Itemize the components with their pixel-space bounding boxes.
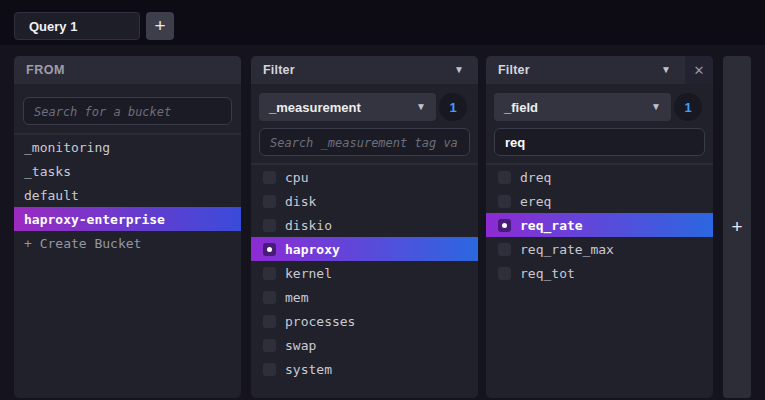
tag-value-label: ereq bbox=[520, 194, 551, 209]
measurement-value-list: cpudiskdiskiohaproxykernelmemprocessessw… bbox=[251, 165, 478, 398]
from-panel-title: FROM bbox=[26, 63, 65, 77]
tag-value-list-item[interactable]: req_rate bbox=[486, 213, 713, 237]
tag-value-list-item[interactable]: dreq bbox=[486, 165, 713, 189]
tag-key-dropdown-value: _measurement bbox=[269, 100, 361, 115]
tag-value-label: swap bbox=[285, 338, 316, 353]
tag-key-dropdown[interactable]: _measurement ▼ bbox=[259, 93, 436, 121]
tag-value-list-item[interactable]: cpu bbox=[251, 165, 478, 189]
tag-value-label: req_rate_max bbox=[520, 242, 614, 257]
chevron-down-icon: ▼ bbox=[661, 65, 671, 75]
query-tab-bar: Query 1 + bbox=[0, 0, 765, 45]
checkbox-icon[interactable] bbox=[263, 267, 276, 280]
chevron-down-icon: ▼ bbox=[651, 102, 661, 112]
tag-value-label: dreq bbox=[520, 170, 551, 185]
checkbox-icon[interactable] bbox=[263, 243, 276, 256]
checkbox-icon[interactable] bbox=[498, 195, 511, 208]
tag-value-list-item[interactable]: haproxy bbox=[251, 237, 478, 261]
plus-icon: + bbox=[154, 15, 165, 37]
field-value-list: dreqereqreq_ratereq_rate_maxreq_tot bbox=[486, 165, 713, 398]
measurement-filter-panel: Filter ▼ _measurement ▼ 1 cpudiskdiskioh… bbox=[251, 56, 478, 398]
tag-value-list-item[interactable]: kernel bbox=[251, 261, 478, 285]
tag-value-label: haproxy bbox=[285, 242, 340, 257]
selected-count-badge: 1 bbox=[439, 93, 467, 121]
bucket-search-input[interactable] bbox=[23, 97, 232, 125]
checkbox-icon[interactable] bbox=[498, 267, 511, 280]
tag-key-dropdown-value: _field bbox=[504, 100, 538, 115]
chevron-down-icon: ▼ bbox=[416, 102, 426, 112]
checkbox-icon[interactable] bbox=[263, 171, 276, 184]
bucket-list-item[interactable]: _tasks bbox=[14, 159, 241, 183]
checkbox-icon[interactable] bbox=[263, 195, 276, 208]
field-filter-header[interactable]: Filter ▼ ✕ bbox=[486, 56, 713, 84]
tag-value-label: mem bbox=[285, 290, 308, 305]
tag-value-list-item[interactable]: swap bbox=[251, 333, 478, 357]
close-icon: ✕ bbox=[694, 63, 705, 78]
tag-value-list-item[interactable]: req_rate_max bbox=[486, 237, 713, 261]
tab-query-1[interactable]: Query 1 bbox=[14, 12, 140, 40]
bucket-list: _monitoring_tasksdefaulthaproxy-enterpri… bbox=[14, 135, 241, 398]
tab-query-1-label: Query 1 bbox=[29, 19, 77, 34]
bucket-list-item[interactable]: _monitoring bbox=[14, 135, 241, 159]
tag-value-list-item[interactable]: system bbox=[251, 357, 478, 381]
measurement-search-input[interactable] bbox=[259, 128, 470, 156]
tag-value-list-item[interactable]: ereq bbox=[486, 189, 713, 213]
remove-filter-button[interactable]: ✕ bbox=[685, 56, 713, 84]
measurement-filter-header[interactable]: Filter ▼ bbox=[251, 56, 478, 84]
bucket-list-item[interactable]: default bbox=[14, 183, 241, 207]
tag-value-label: req_rate bbox=[520, 218, 583, 233]
plus-icon: + bbox=[731, 216, 742, 238]
checkbox-icon[interactable] bbox=[498, 219, 511, 232]
checkbox-icon[interactable] bbox=[498, 243, 511, 256]
tag-value-label: system bbox=[285, 362, 332, 377]
checkbox-icon[interactable] bbox=[498, 171, 511, 184]
bucket-list-item[interactable]: haproxy-enterprise bbox=[14, 207, 241, 231]
tag-key-dropdown[interactable]: _field ▼ bbox=[494, 93, 671, 121]
selected-count-badge: 1 bbox=[674, 93, 702, 121]
field-filter-title: Filter bbox=[498, 63, 530, 77]
tag-value-label: cpu bbox=[285, 170, 308, 185]
tag-value-list-item[interactable]: processes bbox=[251, 309, 478, 333]
checkbox-icon[interactable] bbox=[263, 315, 276, 328]
tag-value-list-item[interactable]: disk bbox=[251, 189, 478, 213]
from-panel-header: FROM bbox=[14, 56, 241, 84]
tag-value-list-item[interactable]: diskio bbox=[251, 213, 478, 237]
tag-value-label: disk bbox=[285, 194, 316, 209]
add-query-button[interactable]: + bbox=[146, 12, 174, 40]
tag-value-list-item[interactable]: mem bbox=[251, 285, 478, 309]
checkbox-icon[interactable] bbox=[263, 363, 276, 376]
tag-value-list-item[interactable]: req_tot bbox=[486, 261, 713, 285]
checkbox-icon[interactable] bbox=[263, 219, 276, 232]
tag-value-label: req_tot bbox=[520, 266, 575, 281]
checkbox-icon[interactable] bbox=[263, 291, 276, 304]
tag-value-label: diskio bbox=[285, 218, 332, 233]
checkbox-icon[interactable] bbox=[263, 339, 276, 352]
field-filter-panel: Filter ▼ ✕ _field ▼ 1 dreqereqreq_ratere… bbox=[486, 56, 713, 398]
create-bucket-button[interactable]: + Create Bucket bbox=[14, 231, 241, 255]
add-filter-button[interactable]: + bbox=[723, 56, 751, 398]
field-search-input[interactable] bbox=[494, 128, 705, 156]
measurement-filter-title: Filter bbox=[263, 63, 295, 77]
from-bucket-panel: FROM _monitoring_tasksdefaulthaproxy-ent… bbox=[14, 56, 241, 398]
tag-value-label: processes bbox=[285, 314, 355, 329]
chevron-down-icon: ▼ bbox=[454, 65, 464, 75]
tag-value-label: kernel bbox=[285, 266, 332, 281]
